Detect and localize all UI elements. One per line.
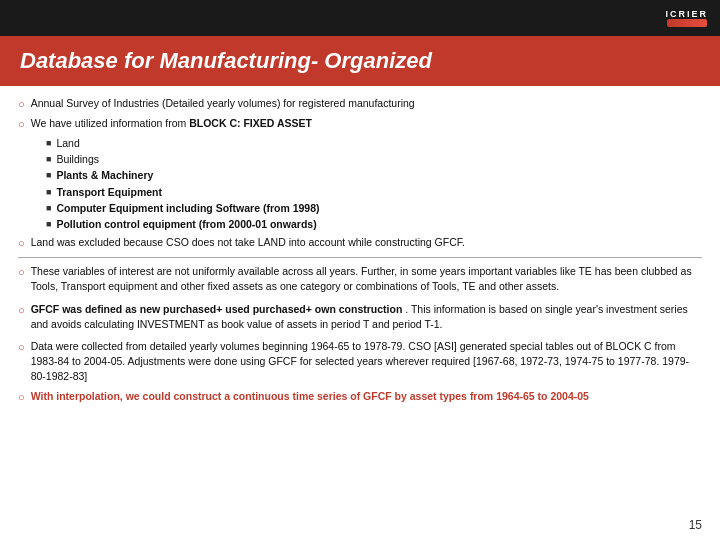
- sub-text-buildings: Buildings: [56, 152, 99, 167]
- bullet-icon-2: ○: [18, 117, 25, 133]
- para-icon-4: ○: [18, 390, 25, 406]
- sub-bullet-transport: ■ Transport Equipment: [46, 185, 702, 200]
- para-2-text: GFCF was defined as new purchased+ used …: [31, 302, 702, 332]
- para-1-text: These variables of interest are not unif…: [31, 264, 702, 294]
- paragraph-4: ○ With interpolation, we could construct…: [18, 389, 702, 406]
- sub-text-computer: Computer Equipment including Software (f…: [56, 201, 319, 216]
- sub-icon-buildings: ■: [46, 153, 51, 166]
- content-area: ○ Annual Survey of Industries (Detailed …: [0, 86, 720, 416]
- bullet-2-text: We have utilized information from BLOCK …: [31, 116, 312, 131]
- para-3-text: Data were collected from detailed yearly…: [31, 339, 702, 385]
- para-icon-3: ○: [18, 340, 25, 356]
- sub-bullets: ■ Land ■ Buildings ■ Plants & Machinery …: [46, 136, 702, 232]
- bullet-icon-3: ○: [18, 236, 25, 252]
- bullet-3-text: Land was excluded because CSO does not t…: [31, 235, 465, 250]
- bullet-3: ○ Land was excluded because CSO does not…: [18, 235, 702, 252]
- sub-icon-pollution: ■: [46, 218, 51, 231]
- sub-text-transport: Transport Equipment: [56, 185, 162, 200]
- sub-icon-transport: ■: [46, 186, 51, 199]
- sub-text-pollution: Pollution control equipment (from 2000-0…: [56, 217, 316, 232]
- para-icon-1: ○: [18, 265, 25, 281]
- para-icon-2: ○: [18, 303, 25, 319]
- para-4-text: With interpolation, we could construct a…: [31, 389, 589, 404]
- page-title: Database for Manufacturing- Organized: [20, 48, 700, 74]
- sub-icon-land: ■: [46, 137, 51, 150]
- logo-underline: [667, 19, 707, 27]
- para-2-bold: GFCF was defined as new purchased+ used …: [31, 303, 403, 315]
- sub-bullet-computer: ■ Computer Equipment including Software …: [46, 201, 702, 216]
- sub-bullet-land: ■ Land: [46, 136, 702, 151]
- bullet-1-text: Annual Survey of Industries (Detailed ye…: [31, 96, 415, 111]
- logo-text: ICRIER: [665, 9, 708, 19]
- sub-bullet-pollution: ■ Pollution control equipment (from 2000…: [46, 217, 702, 232]
- sub-bullet-buildings: ■ Buildings: [46, 152, 702, 167]
- title-bar: Database for Manufacturing- Organized: [0, 36, 720, 86]
- sub-bullet-plants: ■ Plants & Machinery: [46, 168, 702, 183]
- bullet-icon-1: ○: [18, 97, 25, 113]
- header-bar: ICRIER: [0, 0, 720, 36]
- page-number: 15: [689, 518, 702, 532]
- sub-text-plants: Plants & Machinery: [56, 168, 153, 183]
- bullet-1: ○ Annual Survey of Industries (Detailed …: [18, 96, 702, 113]
- paragraph-1: ○ These variables of interest are not un…: [18, 264, 702, 294]
- logo-area: ICRIER: [665, 9, 708, 27]
- bullet-2: ○ We have utilized information from BLOC…: [18, 116, 702, 133]
- paragraph-2: ○ GFCF was defined as new purchased+ use…: [18, 302, 702, 332]
- divider-1: [18, 257, 702, 258]
- sub-icon-plants: ■: [46, 169, 51, 182]
- sub-text-land: Land: [56, 136, 79, 151]
- paragraph-3: ○ Data were collected from detailed year…: [18, 339, 702, 385]
- sub-icon-computer: ■: [46, 202, 51, 215]
